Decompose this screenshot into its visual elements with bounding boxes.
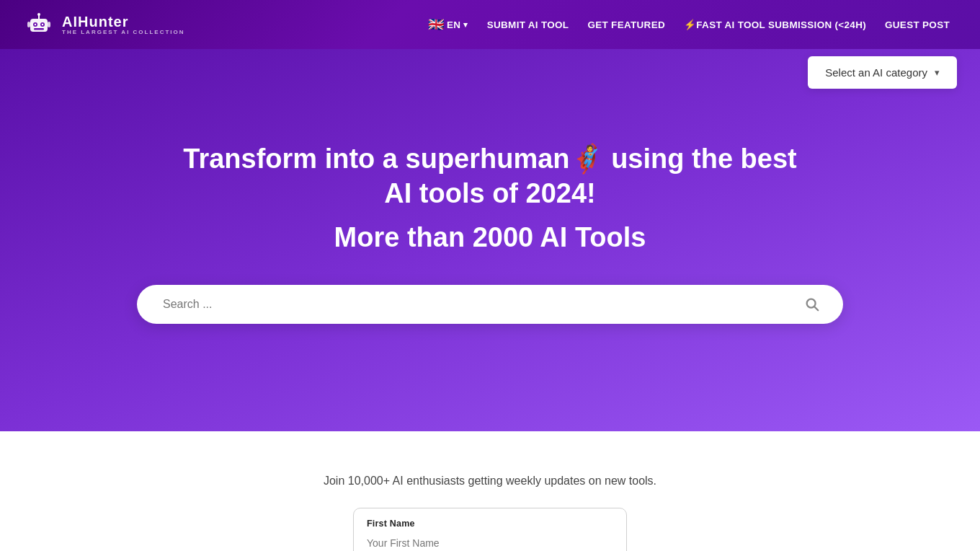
- svg-point-4: [42, 24, 43, 25]
- svg-point-7: [37, 13, 40, 16]
- nav-links: 🇬🇧 EN ▾ SUBMIT AI TOOL GET FEATURED ⚡FAS…: [421, 12, 957, 37]
- language-switcher[interactable]: 🇬🇧 EN ▾: [421, 12, 476, 37]
- nav-guest-post[interactable]: GUEST POST: [878, 15, 957, 35]
- svg-rect-5: [34, 28, 44, 30]
- search-input[interactable]: [154, 285, 798, 324]
- chevron-down-icon: ▾: [463, 20, 468, 30]
- nav-fast-submission[interactable]: ⚡FAST AI TOOL SUBMISSION (<24H): [677, 14, 873, 35]
- navbar: AIHunter THE LARGEST AI COLLECTION 🇬🇧 EN…: [0, 0, 980, 49]
- flag-icon: 🇬🇧: [428, 17, 444, 32]
- newsletter-form-card: First Name Email: [353, 508, 627, 551]
- search-icon: [804, 296, 820, 312]
- category-dropdown-button[interactable]: Select an AI category ▾: [808, 56, 957, 89]
- hero-section: Transform into a superhuman🦸 using the b…: [0, 49, 980, 431]
- first-name-field: First Name: [354, 508, 626, 551]
- nav-get-featured[interactable]: GET FEATURED: [580, 15, 672, 35]
- logo-icon: [23, 9, 55, 40]
- newsletter-section: Join 10,000+ AI enthusiasts getting week…: [0, 431, 980, 551]
- svg-rect-9: [48, 22, 50, 27]
- nav-submit-ai-tool[interactable]: SUBMIT AI TOOL: [480, 15, 576, 35]
- chevron-down-icon: ▾: [935, 67, 940, 78]
- first-name-label: First Name: [367, 519, 613, 529]
- lang-label: EN: [447, 19, 460, 30]
- brand-name: AIHunter: [62, 14, 185, 30]
- logo[interactable]: AIHunter THE LARGEST AI COLLECTION: [23, 9, 185, 40]
- hero-title: Transform into a superhuman🦸 using the b…: [180, 142, 800, 211]
- svg-rect-8: [27, 22, 30, 27]
- svg-point-3: [35, 24, 36, 25]
- brand-tagline: THE LARGEST AI COLLECTION: [62, 30, 185, 36]
- search-button[interactable]: [798, 291, 826, 318]
- svg-line-11: [814, 307, 818, 310]
- first-name-input[interactable]: [367, 533, 613, 551]
- newsletter-tagline: Join 10,000+ AI enthusiasts getting week…: [324, 475, 656, 488]
- hero-subtitle: More than 2000 AI Tools: [334, 222, 646, 253]
- search-bar: [137, 285, 843, 324]
- category-dropdown-label: Select an AI category: [825, 66, 927, 79]
